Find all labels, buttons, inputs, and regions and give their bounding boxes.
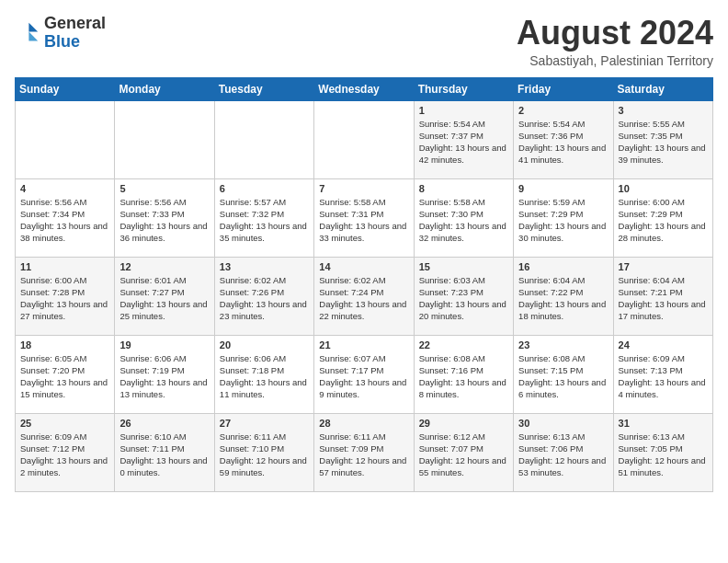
day-number: 31 [619,418,708,429]
table-row: 5 Sunrise: 5:56 AMSunset: 7:33 PMDayligh… [115,178,214,257]
day-number: 7 [319,183,408,194]
week-row-5: 25 Sunrise: 6:09 AMSunset: 7:12 PMDaylig… [16,413,713,491]
table-row: 26 Sunrise: 6:10 AMSunset: 7:11 PMDaylig… [115,413,214,491]
day-number: 22 [419,339,508,350]
day-number: 25 [20,418,109,429]
day-detail: Sunrise: 6:06 AMSunset: 7:18 PMDaylight:… [220,352,309,401]
day-detail: Sunrise: 6:04 AMSunset: 7:21 PMDaylight:… [619,274,708,323]
day-number: 11 [20,261,109,272]
table-row: 9 Sunrise: 5:59 AMSunset: 7:29 PMDayligh… [514,178,613,257]
day-detail: Sunrise: 6:03 AMSunset: 7:23 PMDaylight:… [419,274,508,323]
logo-text: General Blue [44,15,106,52]
day-number: 2 [518,105,608,116]
table-row: 14 Sunrise: 6:02 AMSunset: 7:24 PMDaylig… [314,257,414,335]
day-detail: Sunrise: 5:58 AMSunset: 7:31 PMDaylight:… [319,196,408,245]
day-number: 15 [419,261,508,272]
table-row: 1 Sunrise: 5:54 AMSunset: 7:37 PMDayligh… [414,100,513,178]
table-row: 31 Sunrise: 6:13 AMSunset: 7:05 PMDaylig… [613,413,712,491]
day-detail: Sunrise: 6:05 AMSunset: 7:20 PMDaylight:… [20,352,109,401]
day-detail: Sunrise: 5:54 AMSunset: 7:36 PMDaylight:… [518,118,608,167]
week-row-4: 18 Sunrise: 6:05 AMSunset: 7:20 PMDaylig… [16,335,713,413]
day-detail: Sunrise: 6:13 AMSunset: 7:06 PMDaylight:… [518,431,608,479]
table-row: 19 Sunrise: 6:06 AMSunset: 7:19 PMDaylig… [115,335,214,413]
day-number: 18 [20,339,109,350]
table-row: 10 Sunrise: 6:00 AMSunset: 7:29 PMDaylig… [613,178,712,257]
day-number: 28 [319,418,408,429]
day-number: 9 [518,183,608,194]
calendar-table: Sunday Monday Tuesday Wednesday Thursday… [15,77,713,492]
day-number: 27 [220,418,309,429]
day-number: 23 [518,339,608,350]
day-detail: Sunrise: 5:58 AMSunset: 7:30 PMDaylight:… [419,196,508,245]
svg-marker-1 [28,31,38,40]
table-row: 22 Sunrise: 6:08 AMSunset: 7:16 PMDaylig… [414,335,513,413]
table-row: 11 Sunrise: 6:00 AMSunset: 7:28 PMDaylig… [16,257,115,335]
svg-marker-0 [28,23,38,32]
table-row [16,100,115,178]
table-row: 18 Sunrise: 6:05 AMSunset: 7:20 PMDaylig… [16,335,115,413]
day-detail: Sunrise: 6:07 AMSunset: 7:17 PMDaylight:… [319,352,408,401]
table-row: 13 Sunrise: 6:02 AMSunset: 7:26 PMDaylig… [214,257,313,335]
day-number: 21 [319,339,408,350]
week-row-3: 11 Sunrise: 6:00 AMSunset: 7:28 PMDaylig… [16,257,713,335]
table-row: 29 Sunrise: 6:12 AMSunset: 7:07 PMDaylig… [414,413,513,491]
day-detail: Sunrise: 6:09 AMSunset: 7:12 PMDaylight:… [20,431,109,479]
table-row: 15 Sunrise: 6:03 AMSunset: 7:23 PMDaylig… [414,257,513,335]
table-row: 27 Sunrise: 6:11 AMSunset: 7:10 PMDaylig… [214,413,313,491]
header-saturday: Saturday [613,77,712,100]
header-friday: Friday [514,77,613,100]
logo-icon [15,20,40,46]
calendar-subtitle: Sabastiyah, Palestinian Territory [517,53,713,68]
day-detail: Sunrise: 6:12 AMSunset: 7:07 PMDaylight:… [419,431,508,479]
day-detail: Sunrise: 6:13 AMSunset: 7:05 PMDaylight:… [619,431,708,479]
day-detail: Sunrise: 6:08 AMSunset: 7:16 PMDaylight:… [419,352,508,401]
day-number: 4 [20,183,109,194]
day-detail: Sunrise: 6:11 AMSunset: 7:09 PMDaylight:… [319,431,408,479]
day-detail: Sunrise: 6:01 AMSunset: 7:27 PMDaylight:… [119,274,209,323]
day-number: 10 [619,183,708,194]
day-number: 8 [419,183,508,194]
day-number: 5 [119,183,209,194]
table-row: 24 Sunrise: 6:09 AMSunset: 7:13 PMDaylig… [613,335,712,413]
week-row-2: 4 Sunrise: 5:56 AMSunset: 7:34 PMDayligh… [16,178,713,257]
day-number: 1 [419,105,508,116]
day-number: 30 [518,418,608,429]
table-row [314,100,414,178]
day-detail: Sunrise: 6:11 AMSunset: 7:10 PMDaylight:… [220,431,309,479]
day-detail: Sunrise: 6:00 AMSunset: 7:29 PMDaylight:… [619,196,708,245]
title-area: August 2024 Sabastiyah, Palestinian Terr… [517,15,713,68]
day-number: 12 [119,261,209,272]
day-number: 13 [220,261,309,272]
table-row: 12 Sunrise: 6:01 AMSunset: 7:27 PMDaylig… [115,257,214,335]
table-row: 8 Sunrise: 5:58 AMSunset: 7:30 PMDayligh… [414,178,513,257]
table-row: 30 Sunrise: 6:13 AMSunset: 7:06 PMDaylig… [514,413,613,491]
day-detail: Sunrise: 5:59 AMSunset: 7:29 PMDaylight:… [518,196,608,245]
table-row: 25 Sunrise: 6:09 AMSunset: 7:12 PMDaylig… [16,413,115,491]
table-row: 3 Sunrise: 5:55 AMSunset: 7:35 PMDayligh… [613,100,712,178]
day-detail: Sunrise: 5:54 AMSunset: 7:37 PMDaylight:… [419,118,508,167]
table-row: 20 Sunrise: 6:06 AMSunset: 7:18 PMDaylig… [214,335,313,413]
day-number: 16 [518,261,608,272]
day-number: 14 [319,261,408,272]
header-sunday: Sunday [16,77,115,100]
calendar-title: August 2024 [517,15,713,52]
day-detail: Sunrise: 6:04 AMSunset: 7:22 PMDaylight:… [518,274,608,323]
day-detail: Sunrise: 6:02 AMSunset: 7:24 PMDaylight:… [319,274,408,323]
table-row: 28 Sunrise: 6:11 AMSunset: 7:09 PMDaylig… [314,413,414,491]
day-number: 19 [119,339,209,350]
day-detail: Sunrise: 5:55 AMSunset: 7:35 PMDaylight:… [619,118,708,167]
day-detail: Sunrise: 5:57 AMSunset: 7:32 PMDaylight:… [220,196,309,245]
day-detail: Sunrise: 6:10 AMSunset: 7:11 PMDaylight:… [119,431,209,479]
day-detail: Sunrise: 6:08 AMSunset: 7:15 PMDaylight:… [518,352,608,401]
table-row [115,100,214,178]
day-detail: Sunrise: 5:56 AMSunset: 7:34 PMDaylight:… [20,196,109,245]
day-number: 20 [220,339,309,350]
header-wednesday: Wednesday [314,77,414,100]
day-number: 26 [119,418,209,429]
table-row [214,100,313,178]
header-thursday: Thursday [414,77,513,100]
day-number: 17 [619,261,708,272]
day-detail: Sunrise: 6:00 AMSunset: 7:28 PMDaylight:… [20,274,109,323]
day-number: 29 [419,418,508,429]
day-number: 6 [220,183,309,194]
